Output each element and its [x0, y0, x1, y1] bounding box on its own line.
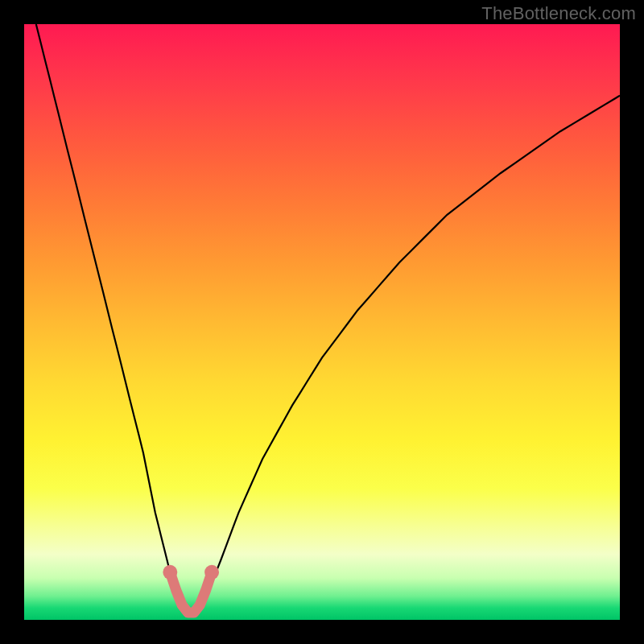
chart-frame: TheBottleneck.com	[0, 0, 644, 644]
highlight-curve	[170, 572, 212, 613]
chart-svg	[24, 24, 620, 620]
watermark-text: TheBottleneck.com	[481, 3, 636, 24]
plot-area	[24, 24, 620, 620]
bottleneck-curve	[36, 24, 620, 614]
